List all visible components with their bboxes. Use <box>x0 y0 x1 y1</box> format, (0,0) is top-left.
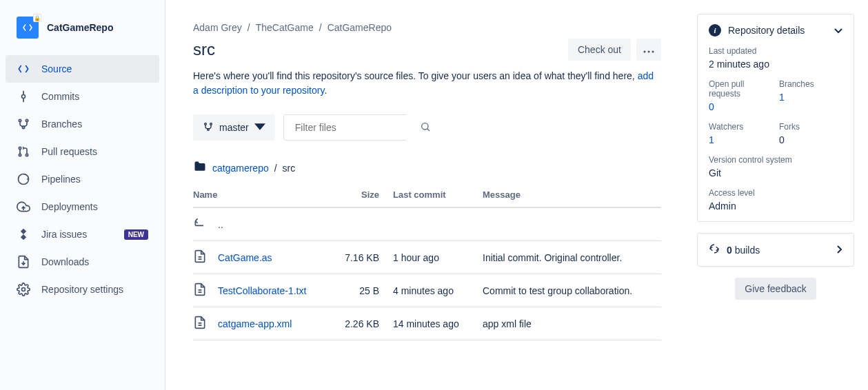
file-message: app xml file <box>483 307 661 340</box>
file-name-link[interactable]: catgame-app.xml <box>218 318 292 329</box>
svg-point-14 <box>421 123 427 129</box>
pull-requests-icon <box>17 145 30 158</box>
svg-point-12 <box>210 123 212 125</box>
svg-point-11 <box>205 123 207 125</box>
svg-point-9 <box>648 51 650 53</box>
forks-label: Forks <box>779 122 842 132</box>
sidebar-item-label: Repository settings <box>41 284 148 295</box>
branches-label: Branches <box>779 79 842 89</box>
vcs-value: Git <box>709 167 842 178</box>
sidebar-item-pipelines[interactable]: Pipelines <box>6 165 159 193</box>
pull-requests-value[interactable]: 0 <box>709 101 714 112</box>
parent-directory-row[interactable]: .. <box>193 207 661 241</box>
file-message: Commit to test group collaboration. <box>483 274 661 307</box>
info-icon: i <box>709 24 721 37</box>
svg-point-10 <box>652 51 654 53</box>
repo-icon: 🔒 <box>17 17 39 39</box>
file-last-commit: 14 minutes ago <box>393 307 483 340</box>
sidebar-item-commits[interactable]: Commits <box>6 83 159 110</box>
repo-name: CatGameRepo <box>47 22 113 33</box>
search-icon <box>420 121 431 134</box>
column-message[interactable]: Message <box>483 183 661 207</box>
more-actions-button[interactable] <box>636 39 661 61</box>
sidebar-item-settings[interactable]: Repository settings <box>6 276 159 303</box>
access-label: Access level <box>709 188 842 198</box>
branch-selector[interactable]: master <box>193 114 275 141</box>
last-updated-label: Last updated <box>709 46 842 56</box>
filter-files-box[interactable] <box>283 114 407 141</box>
up-arrow-icon <box>193 216 207 232</box>
column-last-commit[interactable]: Last commit <box>393 183 483 207</box>
path-current: src <box>283 163 296 174</box>
jira-icon <box>17 227 30 241</box>
forks-value: 0 <box>779 134 842 145</box>
pull-requests-label: Open pull requests <box>709 79 772 99</box>
deployments-icon <box>17 200 30 214</box>
svg-point-4 <box>19 147 21 149</box>
right-panel: i Repository details Last updated 2 minu… <box>689 0 868 390</box>
breadcrumb-owner[interactable]: Adam Grey <box>193 22 242 33</box>
column-size[interactable]: Size <box>345 183 393 207</box>
repo-description: Here's where you'll find this repository… <box>193 69 661 98</box>
access-value: Admin <box>709 201 842 212</box>
file-icon <box>193 316 207 331</box>
file-name-link[interactable]: CatGame.as <box>218 252 272 263</box>
sidebar-item-source[interactable]: Source <box>6 55 159 83</box>
file-message: Initial commit. Original controller. <box>483 241 661 274</box>
file-size: 7.16 KB <box>345 241 393 274</box>
breadcrumb-project[interactable]: TheCatGame <box>256 22 314 33</box>
pipelines-icon <box>17 172 30 186</box>
sidebar-item-label: Pipelines <box>41 174 148 185</box>
sidebar-item-jira-issues[interactable]: Jira issues NEW <box>6 220 159 248</box>
svg-point-5 <box>19 154 21 156</box>
sidebar-item-downloads[interactable]: Downloads <box>6 248 159 276</box>
lock-icon: 🔒 <box>33 14 41 22</box>
column-name[interactable]: Name <box>193 183 345 207</box>
builds-label: builds <box>732 245 760 256</box>
sidebar: 🔒 CatGameRepo Source Commits Branches Pu… <box>0 0 165 390</box>
watchers-value[interactable]: 1 <box>709 134 714 145</box>
builds-card[interactable]: 0 builds <box>697 233 854 267</box>
sidebar-header[interactable]: 🔒 CatGameRepo <box>0 17 165 55</box>
sidebar-item-label: Branches <box>41 119 148 130</box>
table-row[interactable]: TestCollaborate-1.txt 25 B 4 minutes ago… <box>193 274 661 307</box>
sidebar-item-branches[interactable]: Branches <box>6 110 159 138</box>
svg-point-8 <box>644 51 646 53</box>
builds-icon <box>709 243 720 256</box>
file-path: catgamerepo / src <box>193 160 661 176</box>
repository-details-header[interactable]: i Repository details <box>709 24 842 37</box>
svg-point-6 <box>26 154 28 156</box>
svg-point-2 <box>26 119 28 121</box>
svg-point-0 <box>22 95 26 99</box>
file-icon <box>193 283 207 298</box>
breadcrumb-separator: / <box>248 22 250 33</box>
panel-title: Repository details <box>728 25 805 36</box>
file-name-link[interactable]: TestCollaborate-1.txt <box>218 285 306 296</box>
sidebar-item-deployments[interactable]: Deployments <box>6 193 159 220</box>
gear-icon <box>17 283 30 296</box>
give-feedback-button[interactable]: Give feedback <box>735 278 816 300</box>
breadcrumb-repo: CatGameRepo <box>327 22 392 33</box>
branch-icon <box>203 121 214 134</box>
new-badge: NEW <box>124 229 148 240</box>
sidebar-item-label: Pull requests <box>41 146 148 157</box>
path-root-link[interactable]: catgamerepo <box>212 163 269 174</box>
sidebar-item-label: Downloads <box>41 256 148 267</box>
commits-icon <box>17 90 30 103</box>
table-row[interactable]: CatGame.as 7.16 KB 1 hour ago Initial co… <box>193 241 661 274</box>
source-icon <box>17 62 30 76</box>
table-row[interactable]: catgame-app.xml 2.26 KB 14 minutes ago a… <box>193 307 661 340</box>
builds-count: 0 <box>727 245 732 256</box>
branches-icon <box>17 117 30 131</box>
sidebar-item-pull-requests[interactable]: Pull requests <box>6 138 159 165</box>
breadcrumb: Adam Grey / TheCatGame / CatGameRepo <box>193 22 661 33</box>
more-icon <box>643 44 654 55</box>
file-size: 2.26 KB <box>345 307 393 340</box>
branches-value[interactable]: 1 <box>779 92 785 103</box>
checkout-button[interactable]: Check out <box>568 39 631 61</box>
filter-input[interactable] <box>291 115 420 140</box>
sidebar-item-label: Source <box>41 63 148 74</box>
file-icon <box>193 249 207 265</box>
repository-details-card: i Repository details Last updated 2 minu… <box>697 14 854 222</box>
sidebar-item-label: Jira issues <box>41 229 124 240</box>
